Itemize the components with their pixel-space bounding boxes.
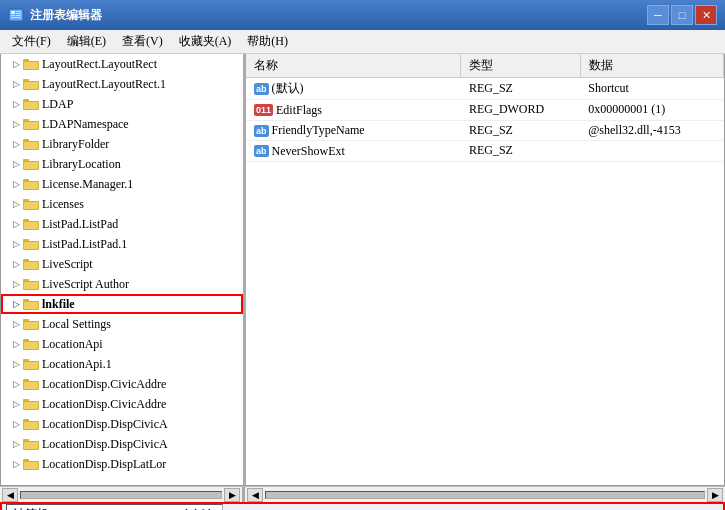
ab-badge: ab — [254, 125, 269, 137]
svg-rect-54 — [24, 362, 38, 369]
col-type[interactable]: 类型 — [461, 54, 580, 78]
tree-item-listpad[interactable]: ▷ ListPad.ListPad — [1, 214, 243, 234]
scroll-right-button2[interactable]: ▶ — [707, 488, 723, 502]
tree-panel[interactable]: ▷ LayoutRect.LayoutRect ▷ LayoutRect.Lay… — [1, 54, 246, 485]
cell-name-text: EditFlags — [276, 103, 322, 118]
tree-toggle: ▷ — [9, 257, 23, 271]
cell-name: ab NeverShowExt — [246, 141, 461, 162]
tree-toggle: ▷ — [9, 457, 23, 471]
svg-rect-41 — [23, 279, 29, 282]
tree-toggle: ▷ — [9, 397, 23, 411]
table-row[interactable]: ab (默认) REG_SZ Shortcut — [246, 78, 724, 100]
table-row[interactable]: ab NeverShowExt REG_SZ — [246, 141, 724, 162]
tree-label: LocationDisp.DispCivicA — [42, 417, 168, 432]
svg-rect-29 — [23, 199, 29, 202]
svg-rect-18 — [24, 122, 38, 129]
tree-label: LocationDisp.DispLatLor — [42, 457, 166, 472]
tree-item-listpad1[interactable]: ▷ ListPad.ListPad.1 — [1, 234, 243, 254]
tree-item-libraryfolder[interactable]: ▷ LibraryFolder — [1, 134, 243, 154]
cell-name-text: FriendlyTypeName — [272, 123, 365, 138]
tree-item-licensemanager[interactable]: ▷ License.Manager.1 — [1, 174, 243, 194]
cell-name: ab FriendlyTypeName — [246, 120, 461, 141]
tree-item-locationapi[interactable]: ▷ LocationApi — [1, 334, 243, 354]
maximize-button[interactable]: □ — [671, 5, 693, 25]
svg-rect-47 — [23, 319, 29, 322]
tree-toggle: ▷ — [9, 117, 23, 131]
menu-bar: 文件(F) 编辑(E) 查看(V) 收藏夹(A) 帮助(H) — [0, 30, 725, 54]
svg-rect-57 — [24, 382, 38, 389]
tree-item-locationapi1[interactable]: ▷ LocationApi.1 — [1, 354, 243, 374]
folder-icon — [23, 97, 39, 111]
tree-label: LDAPNamespace — [42, 117, 129, 132]
tree-item-locationdisp1[interactable]: ▷ LocationDisp.CivicAddre — [1, 374, 243, 394]
tree-toggle: ▷ — [9, 157, 23, 171]
tree-toggle: ▷ — [9, 177, 23, 191]
right-hscroll[interactable]: ◀ ▶ — [245, 487, 725, 502]
svg-rect-62 — [23, 419, 29, 422]
menu-edit[interactable]: 编辑(E) — [59, 31, 114, 52]
folder-icon — [23, 257, 39, 271]
scroll-right-button[interactable]: ▶ — [224, 488, 240, 502]
tree-item-locationdisp3[interactable]: ▷ LocationDisp.DispCivicA — [1, 414, 243, 434]
cell-data: @shell32.dll,-4153 — [580, 120, 723, 141]
tree-item-locationdisp4[interactable]: ▷ LocationDisp.DispCivicA — [1, 434, 243, 454]
svg-rect-65 — [23, 439, 29, 442]
hscroll-thumb[interactable] — [20, 491, 222, 499]
svg-rect-32 — [23, 219, 29, 222]
reg-icon: 011 EditFlags — [254, 103, 322, 118]
folder-icon — [23, 77, 39, 91]
folder-icon — [23, 57, 39, 71]
cell-type: REG_SZ — [461, 120, 580, 141]
menu-favorites[interactable]: 收藏夹(A) — [171, 31, 240, 52]
tree-item-ldapnamespace[interactable]: ▷ LDAPNamespace — [1, 114, 243, 134]
registry-table: 名称 类型 数据 ab (默认) REG_SZ Shortcut — [246, 54, 724, 162]
svg-rect-6 — [11, 17, 21, 18]
tree-item-livescriptauthor[interactable]: ▷ LiveScript Author — [1, 274, 243, 294]
col-data[interactable]: 数据 — [580, 54, 723, 78]
svg-rect-39 — [24, 262, 38, 269]
tree-item-locationdisp2[interactable]: ▷ LocationDisp.CivicAddre — [1, 394, 243, 414]
tree-label: Local Settings — [42, 317, 111, 332]
folder-icon — [23, 357, 39, 371]
table-row[interactable]: ab FriendlyTypeName REG_SZ @shell32.dll,… — [246, 120, 724, 141]
right-panel: 名称 类型 数据 ab (默认) REG_SZ Shortcut — [246, 54, 724, 485]
table-row[interactable]: 011 EditFlags REG_DWORD 0x00000001 (1) — [246, 100, 724, 121]
menu-file[interactable]: 文件(F) — [4, 31, 59, 52]
tree-toggle: ▷ — [9, 217, 23, 231]
svg-rect-51 — [24, 342, 38, 349]
svg-rect-26 — [23, 179, 29, 182]
scroll-left-button2[interactable]: ◀ — [247, 488, 263, 502]
tree-item-locationdisp5[interactable]: ▷ LocationDisp.DispLatLor — [1, 454, 243, 474]
tree-item-librarylocation[interactable]: ▷ LibraryLocation — [1, 154, 243, 174]
col-name[interactable]: 名称 — [246, 54, 461, 78]
tree-toggle: ▷ — [9, 77, 23, 91]
tree-item-ldap[interactable]: ▷ LDAP — [1, 94, 243, 114]
svg-rect-68 — [23, 459, 29, 462]
svg-rect-36 — [24, 242, 38, 249]
tree-toggle: ▷ — [9, 277, 23, 291]
tree-item-lnkfile[interactable]: ▷ lnkfile — [1, 294, 243, 314]
tree-item-livescript[interactable]: ▷ LiveScript — [1, 254, 243, 274]
close-button[interactable]: ✕ — [695, 5, 717, 25]
left-hscroll[interactable]: ◀ ▶ — [0, 487, 245, 502]
tree-label: LibraryLocation — [42, 157, 121, 172]
svg-rect-50 — [23, 339, 29, 342]
svg-rect-42 — [24, 282, 38, 289]
tree-item-licenses[interactable]: ▷ Licenses — [1, 194, 243, 214]
hscroll-thumb2[interactable] — [265, 491, 705, 499]
scroll-left-button[interactable]: ◀ — [2, 488, 18, 502]
svg-rect-69 — [24, 462, 38, 469]
folder-icon — [23, 237, 39, 251]
folder-icon — [23, 457, 39, 471]
tree-toggle: ▷ — [9, 237, 23, 251]
tree-label: ListPad.ListPad — [42, 217, 118, 232]
svg-rect-56 — [23, 379, 29, 382]
folder-icon — [23, 117, 39, 131]
minimize-button[interactable]: ─ — [647, 5, 669, 25]
menu-view[interactable]: 查看(V) — [114, 31, 171, 52]
tree-item-layoutrect1[interactable]: ▷ LayoutRect.LayoutRect — [1, 54, 243, 74]
tree-item-layoutrect2[interactable]: ▷ LayoutRect.LayoutRect.1 — [1, 74, 243, 94]
tree-item-localsettings[interactable]: ▷ Local Settings — [1, 314, 243, 334]
tree-label: LocationApi — [42, 337, 103, 352]
menu-help[interactable]: 帮助(H) — [239, 31, 296, 52]
